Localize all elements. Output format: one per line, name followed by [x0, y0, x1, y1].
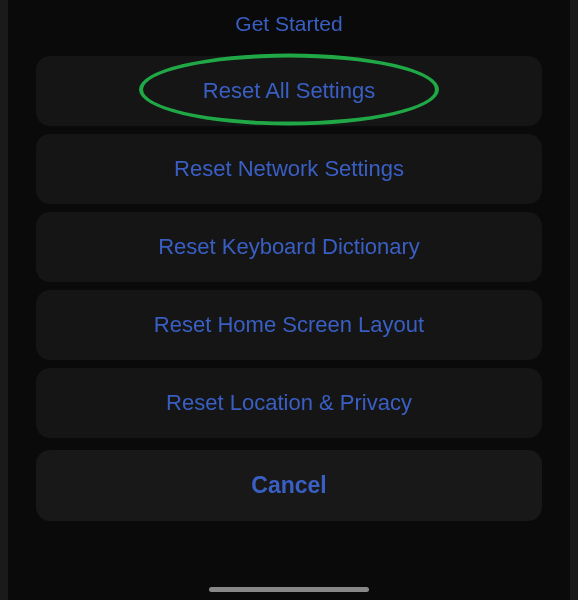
action-sheet: Reset All Settings Reset Network Setting…	[8, 56, 570, 600]
cancel-button[interactable]: Cancel	[36, 450, 542, 521]
phone-screen: Get Started Reset All Settings Reset Net…	[0, 0, 578, 600]
reset-network-settings-button[interactable]: Reset Network Settings	[36, 134, 542, 204]
reset-home-label: Reset Home Screen Layout	[154, 312, 424, 337]
cancel-label: Cancel	[251, 472, 326, 498]
reset-home-screen-layout-button[interactable]: Reset Home Screen Layout	[36, 290, 542, 360]
reset-location-privacy-button[interactable]: Reset Location & Privacy	[36, 368, 542, 438]
reset-network-label: Reset Network Settings	[174, 156, 404, 181]
reset-keyboard-dictionary-button[interactable]: Reset Keyboard Dictionary	[36, 212, 542, 282]
reset-all-settings-button[interactable]: Reset All Settings	[36, 56, 542, 126]
reset-all-label: Reset All Settings	[203, 78, 375, 103]
header-title: Get Started	[8, 0, 570, 56]
reset-keyboard-label: Reset Keyboard Dictionary	[158, 234, 420, 259]
reset-location-label: Reset Location & Privacy	[166, 390, 412, 415]
home-indicator[interactable]	[209, 587, 369, 592]
